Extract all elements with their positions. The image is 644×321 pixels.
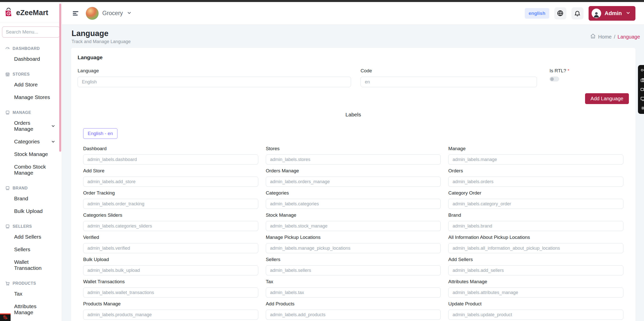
field-label: All Information About Pickup Locations	[448, 235, 623, 240]
sidebar-item-sellers[interactable]: Sellers	[0, 243, 62, 256]
sidebar-item-add-store[interactable]: Add Store	[0, 78, 62, 91]
label-field-verified: Verified	[83, 235, 258, 253]
language-card: Language Language Code Is RTL? *	[71, 48, 635, 321]
field-label: Update Product	[448, 301, 623, 307]
notifications-button[interactable]	[571, 7, 584, 19]
field-input-manage[interactable]	[448, 154, 623, 165]
laravel-icon	[3, 315, 8, 320]
field-input-update-product[interactable]	[448, 310, 623, 320]
field-label: Attributes Manage	[448, 279, 623, 284]
sidebar-item-bulk-upload[interactable]: Bulk Upload	[0, 205, 62, 217]
label-field-sellers: Sellers	[266, 257, 441, 275]
field-input-products-manage[interactable]	[83, 310, 258, 320]
floating-tools-widget	[638, 65, 644, 114]
language-badge[interactable]: english	[525, 8, 549, 19]
label-field-tax: Tax	[266, 279, 441, 298]
field-input-add-sellers[interactable]	[448, 265, 623, 275]
window-icon	[5, 224, 10, 229]
chevron-down-icon	[51, 123, 56, 129]
code-input[interactable]	[361, 77, 537, 87]
code-field-label: Code	[361, 68, 537, 74]
brand-name: eZeeMart	[16, 9, 48, 17]
field-input-tax[interactable]	[266, 287, 441, 298]
sidebar-item-wallet-transaction[interactable]: Wallet Transaction	[0, 256, 62, 274]
field-input-brand[interactable]	[448, 221, 623, 231]
required-mark: *	[567, 68, 569, 73]
shopping-bag-icon	[4, 8, 14, 18]
label-field-brand: Brand	[448, 212, 623, 231]
label-field-manage: Manage	[448, 146, 623, 165]
breadcrumb-current: Language	[618, 34, 640, 40]
sidebar-item-tax[interactable]: Tax	[0, 287, 62, 300]
globe-button[interactable]	[554, 7, 566, 19]
sidebar-item-dashboard[interactable]: Dashboard	[0, 53, 62, 65]
sidebar-item-manage-stores[interactable]: Manage Stores	[0, 91, 62, 104]
field-input-stock-manage[interactable]	[266, 221, 441, 231]
gear-icon[interactable]	[640, 105, 644, 111]
video-icon[interactable]	[640, 87, 644, 92]
field-label: Tax	[266, 279, 441, 284]
menu-icon[interactable]	[72, 9, 80, 17]
monitor-icon[interactable]	[640, 96, 644, 102]
add-language-button[interactable]: Add Language	[585, 93, 629, 104]
breadcrumb-home[interactable]: Home	[598, 34, 611, 40]
store-selector[interactable]: Grocery	[86, 7, 132, 20]
topbar: Grocery english	[62, 2, 644, 25]
sidebar: eZeeMart DASHBOARDDashboardSTORESAdd Sto…	[0, 2, 62, 321]
field-input-wallet-transactions[interactable]	[83, 287, 258, 298]
rtl-toggle[interactable]	[550, 77, 559, 81]
gauge-icon	[5, 46, 10, 51]
field-input-category-order[interactable]	[448, 199, 623, 209]
field-label: Sellers	[266, 257, 441, 262]
sidebar-item-brand[interactable]: Brand	[0, 192, 62, 205]
field-input-orders-manage[interactable]	[266, 177, 441, 187]
label-field-orders: Orders	[448, 168, 623, 187]
field-input-dashboard[interactable]	[83, 154, 258, 165]
label-field-order-tracking: Order Tracking	[83, 190, 258, 209]
sidebar-scrollbar[interactable]	[59, 4, 61, 152]
field-input-manage-pickup-locations[interactable]	[266, 243, 441, 253]
breadcrumb: Home / Language	[590, 33, 640, 40]
sidebar-item-orders-manage[interactable]: Orders Manage	[0, 117, 62, 135]
field-input-orders[interactable]	[448, 177, 623, 187]
label-field-update-product: Update Product	[448, 301, 623, 320]
field-input-bulk-upload[interactable]	[83, 265, 258, 275]
field-input-attributes-manage[interactable]	[448, 287, 623, 298]
field-label: Verified	[83, 235, 258, 240]
tab-english-en[interactable]: English - en	[83, 128, 117, 139]
label-field-category-order: Category Order	[448, 190, 623, 209]
label-field-add-sellers: Add Sellers	[448, 257, 623, 275]
label-field-stock-manage: Stock Manage	[266, 212, 441, 231]
sidebar-item-add-sellers[interactable]: Add Sellers	[0, 231, 62, 243]
sidebar-item-stock-manage[interactable]: Stock Manage	[0, 148, 62, 160]
bell-icon	[574, 10, 581, 17]
camera-icon[interactable]	[640, 77, 644, 83]
field-input-stores[interactable]	[266, 154, 441, 165]
field-input-categories[interactable]	[266, 199, 441, 209]
field-label: Dashboard	[83, 146, 258, 151]
field-input-add-products[interactable]	[266, 310, 441, 320]
rtl-field-label: Is RTL? *	[550, 68, 629, 74]
search-input[interactable]	[2, 26, 60, 38]
field-input-categories-sliders[interactable]	[83, 221, 258, 231]
field-input-all-information-about-pickup-locations[interactable]	[448, 243, 623, 253]
sidebar-item-combo-stock-manage[interactable]: Combo Stock Manage	[0, 160, 62, 179]
sidebar-item-categories[interactable]: Categories	[0, 135, 62, 148]
field-label: Add Sellers	[448, 257, 623, 262]
field-input-verified[interactable]	[83, 243, 258, 253]
admin-menu-button[interactable]: Admin	[589, 6, 635, 21]
field-input-add-store[interactable]	[83, 177, 258, 187]
label-field-bulk-upload: Bulk Upload	[83, 257, 258, 275]
sticker-icon[interactable]	[640, 68, 644, 74]
label-field-dashboard: Dashboard	[83, 146, 258, 165]
top-strip	[0, 0, 644, 2]
field-input-sellers[interactable]	[266, 265, 441, 275]
language-input[interactable]	[78, 77, 351, 87]
debugbar-badge[interactable]	[0, 313, 11, 321]
language-field-label: Language	[78, 68, 351, 74]
window-icon	[5, 186, 10, 191]
field-label: Stores	[266, 146, 441, 151]
field-label: Category Order	[448, 190, 623, 196]
store-name: Grocery	[102, 10, 123, 17]
field-input-order-tracking[interactable]	[83, 199, 258, 209]
